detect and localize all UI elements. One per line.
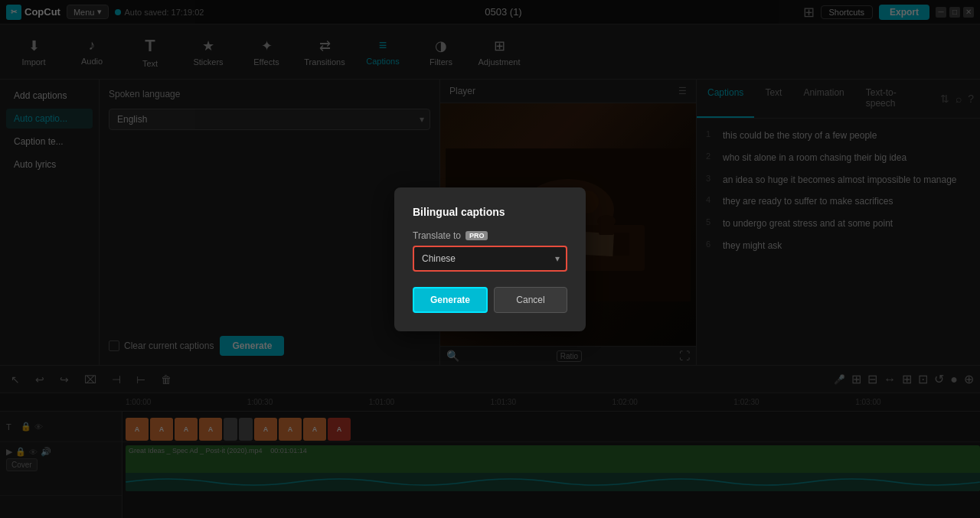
modal-title: Bilingual captions bbox=[413, 206, 567, 218]
pro-badge: PRO bbox=[466, 231, 488, 240]
modal-translate-label: Translate to PRO bbox=[413, 230, 567, 241]
modal-language-select[interactable]: Chinese English French Spanish Japanese … bbox=[413, 246, 567, 272]
modal-overlay: Bilingual captions Translate to PRO Chin… bbox=[0, 0, 980, 518]
modal-actions: Generate Cancel bbox=[413, 287, 567, 313]
modal-cancel-button[interactable]: Cancel bbox=[494, 287, 567, 313]
modal-generate-button[interactable]: Generate bbox=[413, 287, 488, 313]
bilingual-captions-modal: Bilingual captions Translate to PRO Chin… bbox=[394, 187, 586, 331]
modal-select-wrapper: Chinese English French Spanish Japanese … bbox=[413, 246, 567, 272]
